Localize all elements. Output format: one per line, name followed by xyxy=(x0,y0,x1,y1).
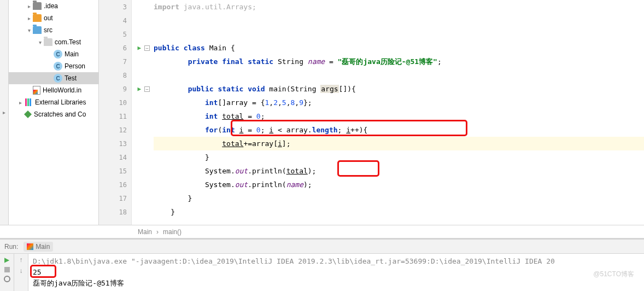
editor-gutter[interactable]: 3 4 5 6▶− 7 8 9▶− 10 11 12 13 14 15 16 1… xyxy=(99,0,132,225)
watermark: @51CTO博客 xyxy=(593,270,634,279)
tree-class-test[interactable]: C Test xyxy=(9,72,98,84)
gear-icon[interactable] xyxy=(4,276,10,282)
chevron-down-icon: ▾ xyxy=(36,39,44,45)
run-panel: Run: Main ▶ ↑ ↓ D:\jdk1.8\bin\java.exe "… xyxy=(0,238,644,291)
run-toolbar-left: ▶ xyxy=(0,254,14,291)
left-tool-gutter[interactable]: ▸ xyxy=(0,0,9,225)
tree-label: Test xyxy=(65,74,77,82)
code-content[interactable]: import java.util.Arrays; public class Ma… xyxy=(132,0,644,225)
intellij-icon xyxy=(27,243,33,250)
run-label: Run: xyxy=(4,243,18,251)
tree-folder-idea[interactable]: ▸ .idea xyxy=(9,0,98,12)
down-arrow-icon[interactable]: ↓ xyxy=(20,267,23,275)
tree-label: com.Test xyxy=(55,38,81,46)
tree-label: Person xyxy=(65,62,85,70)
package-icon xyxy=(44,38,52,46)
chevron-right-icon: › xyxy=(156,228,159,236)
chevron-right-icon: ▸ xyxy=(16,100,24,106)
class-icon: C xyxy=(54,62,62,71)
console-line: 25 xyxy=(33,267,640,278)
class-icon: C xyxy=(54,74,62,83)
intellij-file-icon xyxy=(33,86,40,95)
breadcrumb[interactable]: Main › main() xyxy=(0,225,644,238)
project-tree: ▸ .idea ▸ out ▾ src ▾ com.Test C Main C … xyxy=(9,0,99,225)
console-command-line: D:\jdk1.8\bin\java.exe "-javaagent:D:\id… xyxy=(33,256,640,267)
tree-class-person[interactable]: C Person xyxy=(9,60,98,72)
chevron-right-icon: ▸ xyxy=(3,109,5,115)
chevron-right-icon: ▸ xyxy=(25,3,33,9)
play-icon[interactable]: ▶ xyxy=(4,256,9,264)
run-panel-header: Run: Main xyxy=(0,240,644,254)
breadcrumb-item[interactable]: main() xyxy=(163,228,182,236)
tree-folder-src[interactable]: ▾ src xyxy=(9,24,98,36)
tree-folder-out[interactable]: ▸ out xyxy=(9,12,98,24)
tree-class-main[interactable]: C Main xyxy=(9,48,98,60)
folder-icon xyxy=(33,14,42,22)
chevron-right-icon: ▸ xyxy=(25,15,33,21)
tree-label: src xyxy=(44,26,52,34)
chevron-down-icon: ▾ xyxy=(25,27,33,33)
run-toolbar-inner: ↑ ↓ xyxy=(14,254,28,291)
class-icon: C xyxy=(54,50,62,59)
tree-label: out xyxy=(44,14,53,22)
console-line: 磊哥的java历险记-@51博客 xyxy=(33,278,640,289)
stop-icon[interactable] xyxy=(4,267,10,272)
breadcrumb-item[interactable]: Main xyxy=(138,228,152,236)
tree-label: Scratches and Co xyxy=(34,110,86,118)
tree-package[interactable]: ▾ com.Test xyxy=(9,36,98,48)
scratches-icon xyxy=(24,110,32,118)
console-output[interactable]: D:\jdk1.8\bin\java.exe "-javaagent:D:\id… xyxy=(28,254,644,291)
folder-icon xyxy=(33,26,42,34)
library-icon xyxy=(24,98,33,106)
tree-label: External Libraries xyxy=(35,98,86,106)
tree-external-libs[interactable]: ▸ External Libraries xyxy=(9,96,98,108)
tree-iml-file[interactable]: HelloWorld.in xyxy=(9,84,98,96)
tree-label: HelloWorld.in xyxy=(43,86,81,94)
run-tab[interactable]: Main xyxy=(24,242,53,252)
editor[interactable]: 3 4 5 6▶− 7 8 9▶− 10 11 12 13 14 15 16 1… xyxy=(99,0,644,225)
tree-label: Main xyxy=(65,50,79,58)
tree-scratches[interactable]: Scratches and Co xyxy=(9,108,98,120)
up-arrow-icon[interactable]: ↑ xyxy=(20,256,23,264)
tree-label: .idea xyxy=(44,2,58,10)
folder-icon xyxy=(33,2,42,10)
